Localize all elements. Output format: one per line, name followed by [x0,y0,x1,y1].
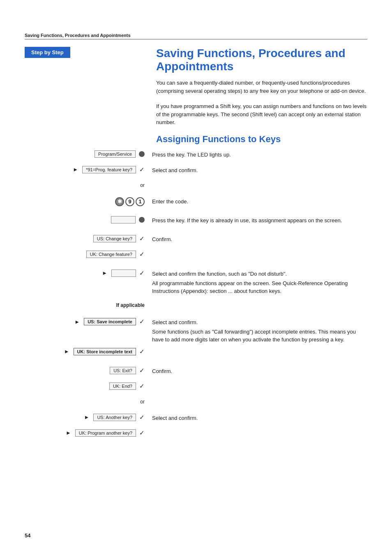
step-left-9a: ► US: Another key? ✓ [25,414,152,421]
step-right-or2 [152,398,367,399]
check-9b: ✓ [139,429,145,437]
arrow-9b: ► [66,430,71,436]
key-program-service: Program/Service [95,150,136,158]
steps-container: Program/Service Press the key. The LED l… [25,150,367,445]
step-right-or1 [152,182,367,182]
step-right-7a: Select and confirm. Some functions (such… [152,318,367,344]
key-uk-store: UK: Store incomplete text [74,348,136,355]
step-row-8b: UK: End? ✓ [25,382,367,394]
step-right-9a: Select and confirm. [152,414,367,422]
step-right-if-applicable [152,302,367,303]
step-by-step-label: Step by Step [25,47,70,58]
step-left-4 [25,216,152,223]
key-blank-6 [111,269,136,277]
key-prog-feature: *91=Prog. feature key? [82,166,136,173]
arrow-7a: ► [74,319,80,325]
check-9a: ✓ [139,414,145,421]
step-right-6-line1: Select and confirm the function, such as… [152,270,367,278]
step-left-8b: UK: End? ✓ [25,382,152,390]
intro-paragraph1: You can save a frequently-dialed number,… [156,79,367,95]
step-row-7b: ► UK: Store incomplete text ✓ [25,348,367,359]
page: Saving Functions, Procedures and Appoint… [0,0,392,555]
arrow-7b: ► [64,348,69,355]
check-8b: ✓ [139,382,145,390]
step-right-2: Select and confirm. [152,166,367,175]
step-right-6: Select and confirm the function, such as… [152,269,367,295]
or-text-1: or [140,182,145,188]
key-us-save: US: Save incomplete [84,318,136,325]
key-uk-another: UK: Program another key? [75,429,136,437]
step-right-7a-line1: Select and confirm. [152,319,367,327]
arrow-2: ► [73,166,78,173]
step-right-8a: Confirm. [152,367,367,375]
step-left-9b: ► UK: Program another key? ✓ [25,429,152,437]
key-us-exit: US: Exit? [110,367,136,374]
step-right-6-line2: All programmable functions appear on the… [152,280,367,295]
key-us-another: US: Another key? [93,414,136,421]
step-row-or2: or [25,398,367,410]
step-left-if-applicable: If applicable [25,302,152,311]
main-title: Saving Functions, Procedures and Appoint… [156,47,367,73]
check-8a: ✓ [139,367,145,374]
step-left-6: ► ✓ [25,269,152,277]
step-right-9b [152,429,367,430]
step-right-8b [152,382,367,383]
step-right-7b [152,348,367,349]
step-left-5a: US: Change key? ✓ [25,235,152,242]
step-row-3: ✱ 9 1 Enter the code. [25,197,367,209]
step-right-5b [152,251,367,251]
step-row-5b: UK: Change feature? ✓ [25,251,367,262]
intro-paragraph2: If you have programmed a Shift key, you … [156,102,367,127]
section-header: Saving Functions, Procedures and Appoint… [25,33,367,39]
if-applicable-label: If applicable [116,302,145,308]
step-row-7a: ► US: Save incomplete ✓ Select and confi… [25,318,367,344]
step-row-4: Press the key. If the key is already in … [25,216,367,228]
step-right-5a: Confirm. [152,235,367,244]
step-row-if-applicable: If applicable [25,302,367,314]
or-text-2: or [140,399,145,405]
code-circle-9: 9 [125,197,134,206]
check-7a: ✓ [139,318,145,325]
step-row-9b: ► UK: Program another key? ✓ [25,429,367,441]
step-right-7a-line2: Some functions (such as "Call forwarding… [152,328,367,344]
key-us-change: US: Change key? [93,235,136,242]
sub-title: Assigning Functions to Keys [156,134,367,145]
step-left-5b: UK: Change feature? ✓ [25,251,152,258]
code-circle-1: 1 [136,197,145,206]
step-row-or1: or [25,182,367,193]
step-left-or1: or [25,182,152,191]
arrow-6: ► [102,270,107,276]
step-row-8a: US: Exit? ✓ Confirm. [25,367,367,378]
step-left-7a: ► US: Save incomplete ✓ [25,318,152,325]
step-right-3: Enter the code. [152,197,367,206]
step-left-8a: US: Exit? ✓ [25,367,152,374]
check-6: ✓ [139,269,145,277]
check-7b: ✓ [139,348,145,355]
arrow-9a: ► [84,414,90,420]
step-row-1: Program/Service Press the key. The LED l… [25,150,367,162]
check-5b: ✓ [139,251,145,258]
step-row-6: ► ✓ Select and confirm the function, suc… [25,269,367,295]
step-left-2: ► *91=Prog. feature key? ✓ [25,166,152,173]
check-2: ✓ [139,166,145,173]
step-right-4: Press the key. If the key is already in … [152,216,367,225]
key-blank [111,216,136,223]
step-row-2: ► *91=Prog. feature key? ✓ Select and co… [25,166,367,177]
page-number: 54 [25,532,30,539]
step-right-1: Press the key. The LED lights up. [152,150,367,159]
step-left-or2: or [25,398,152,407]
step-row-5a: US: Change key? ✓ Confirm. [25,235,367,246]
led-indicator-4 [139,217,145,223]
step-row-9a: ► US: Another key? ✓ Select and confirm. [25,414,367,425]
step-left-1: Program/Service [25,150,152,158]
code-circle-star: ✱ [115,197,124,206]
check-5a: ✓ [139,235,145,242]
step-left-3: ✱ 9 1 [25,197,152,206]
led-indicator-1 [139,151,145,157]
step-left-7b: ► UK: Store incomplete text ✓ [25,348,152,355]
key-uk-end: UK: End? [109,382,136,390]
key-uk-change: UK: Change feature? [86,251,136,258]
